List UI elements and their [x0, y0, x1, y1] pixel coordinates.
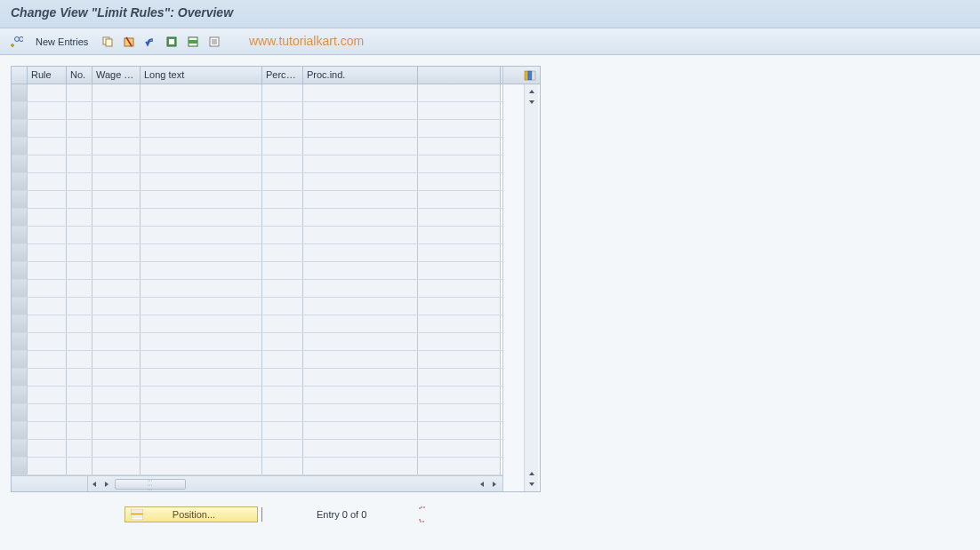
table-cell[interactable]	[303, 440, 418, 457]
table-cell[interactable]	[141, 315, 262, 332]
table-cell[interactable]	[92, 315, 141, 332]
table-cell[interactable]	[418, 298, 501, 315]
row-selector[interactable]	[12, 387, 28, 403]
table-cell[interactable]	[418, 244, 501, 261]
vertical-scrollbar[interactable]	[524, 84, 538, 491]
table-cell[interactable]	[28, 173, 67, 190]
table-cell[interactable]	[92, 369, 141, 386]
table-cell[interactable]	[418, 404, 501, 421]
row-selector[interactable]	[12, 102, 28, 119]
table-cell[interactable]	[67, 404, 92, 421]
table-cell[interactable]	[28, 280, 67, 297]
table-cell[interactable]	[67, 84, 92, 101]
table-cell[interactable]	[303, 209, 418, 226]
table-cell[interactable]	[262, 173, 303, 190]
table-cell[interactable]	[92, 155, 141, 172]
table-cell[interactable]	[141, 173, 262, 190]
table-cell[interactable]	[418, 120, 501, 137]
table-cell[interactable]	[141, 244, 262, 261]
row-selector[interactable]	[12, 333, 28, 350]
row-selector[interactable]	[12, 244, 28, 261]
table-cell[interactable]	[262, 333, 303, 350]
table-cell[interactable]	[67, 298, 92, 315]
undo-button[interactable]	[141, 33, 159, 51]
table-cell[interactable]	[303, 315, 418, 332]
table-cell[interactable]	[92, 440, 141, 457]
scroll-up-button[interactable]	[526, 86, 537, 97]
table-cell[interactable]	[92, 84, 141, 101]
table-row[interactable]	[12, 262, 502, 280]
table-cell[interactable]	[141, 404, 262, 421]
table-cell[interactable]	[92, 333, 141, 350]
table-cell[interactable]	[67, 138, 92, 155]
table-cell[interactable]	[303, 244, 418, 261]
table-cell[interactable]	[262, 387, 303, 403]
scroll-thumb[interactable]	[115, 479, 186, 490]
table-cell[interactable]	[262, 120, 303, 137]
table-row[interactable]	[12, 351, 502, 369]
table-cell[interactable]	[67, 191, 92, 208]
table-cell[interactable]	[303, 387, 418, 403]
table-cell[interactable]	[67, 173, 92, 190]
table-cell[interactable]	[141, 138, 262, 155]
table-row[interactable]	[12, 209, 502, 227]
table-cell[interactable]	[141, 191, 262, 208]
table-cell[interactable]	[28, 227, 67, 243]
table-cell[interactable]	[303, 120, 418, 137]
row-selector[interactable]	[12, 155, 28, 172]
table-cell[interactable]	[303, 84, 418, 101]
table-cell[interactable]	[92, 298, 141, 315]
table-cell[interactable]	[418, 369, 501, 386]
table-row[interactable]	[12, 458, 502, 475]
table-cell[interactable]	[262, 298, 303, 315]
table-cell[interactable]	[67, 262, 92, 279]
table-cell[interactable]	[28, 333, 67, 350]
table-cell[interactable]	[303, 422, 418, 439]
table-cell[interactable]	[92, 209, 141, 226]
table-cell[interactable]	[303, 102, 418, 119]
table-cell[interactable]	[141, 440, 262, 457]
table-cell[interactable]	[141, 280, 262, 297]
table-cell[interactable]	[92, 138, 141, 155]
row-selector[interactable]	[12, 458, 28, 474]
scroll-right-button[interactable]	[100, 478, 113, 490]
table-cell[interactable]	[28, 155, 67, 172]
table-cell[interactable]	[262, 102, 303, 119]
table-cell[interactable]	[67, 244, 92, 261]
column-header-long-text[interactable]: Long text	[141, 67, 262, 84]
select-all-button[interactable]	[163, 33, 181, 51]
table-cell[interactable]	[418, 440, 501, 457]
table-cell[interactable]	[28, 351, 67, 368]
table-cell[interactable]	[141, 298, 262, 315]
column-header-percent[interactable]: Perce...	[262, 67, 303, 84]
row-selector[interactable]	[12, 209, 28, 226]
table-cell[interactable]	[28, 120, 67, 137]
table-cell[interactable]	[92, 191, 141, 208]
row-selector[interactable]	[12, 84, 28, 101]
table-cell[interactable]	[92, 244, 141, 261]
table-cell[interactable]	[262, 262, 303, 279]
table-cell[interactable]	[262, 404, 303, 421]
row-selector[interactable]	[12, 227, 28, 243]
column-header-rule[interactable]: Rule	[28, 67, 67, 84]
table-cell[interactable]	[67, 120, 92, 137]
table-cell[interactable]	[92, 458, 141, 474]
table-cell[interactable]	[418, 458, 501, 474]
table-cell[interactable]	[303, 138, 418, 155]
table-row[interactable]	[12, 315, 502, 333]
table-cell[interactable]	[262, 84, 303, 101]
table-cell[interactable]	[303, 333, 418, 350]
table-cell[interactable]	[418, 155, 501, 172]
table-cell[interactable]	[262, 351, 303, 368]
table-cell[interactable]	[67, 315, 92, 332]
position-button[interactable]: Position...	[125, 506, 258, 522]
scroll-left-button[interactable]	[88, 478, 100, 490]
table-cell[interactable]	[262, 369, 303, 386]
table-cell[interactable]	[67, 440, 92, 457]
deselect-all-button[interactable]	[205, 33, 223, 51]
table-cell[interactable]	[418, 422, 501, 439]
table-cell[interactable]	[303, 155, 418, 172]
scroll-down-button[interactable]	[526, 97, 537, 108]
table-row[interactable]	[12, 333, 502, 351]
row-selector[interactable]	[12, 422, 28, 439]
